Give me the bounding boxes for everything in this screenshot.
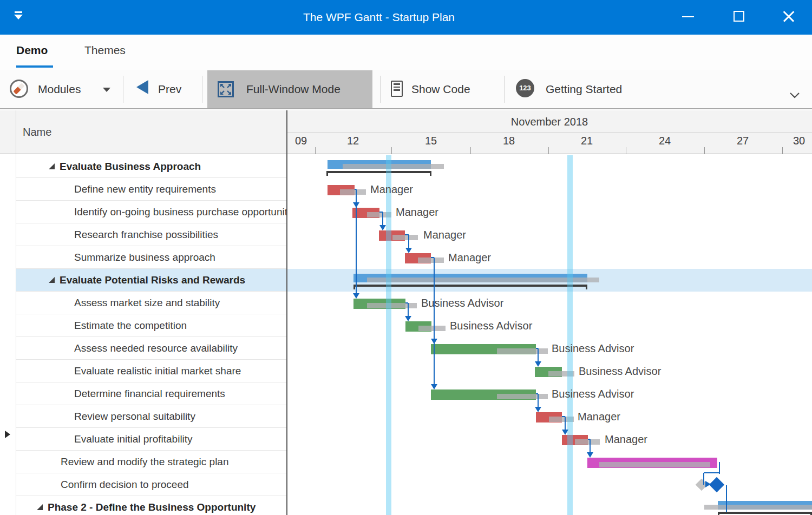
prev-arrow-icon xyxy=(136,80,148,94)
dependency-line xyxy=(704,472,719,473)
dependency-arrow-icon xyxy=(353,202,359,208)
dependency-arrow-icon xyxy=(587,452,593,458)
task-name-label: Evaluate Business Approach xyxy=(60,161,201,173)
task-name-label: Evaluate initial profitability xyxy=(74,433,193,445)
baseline-overlay xyxy=(497,348,548,354)
resource-label: Manager xyxy=(423,229,466,241)
task-name-column: Evaluate Business ApproachDefine new ent… xyxy=(16,155,286,515)
task-name-label: Review personal suitability xyxy=(74,411,195,422)
baseline-bracket xyxy=(326,171,431,176)
baseline-overlay xyxy=(418,326,446,331)
dependency-line xyxy=(536,348,538,349)
gantt-chart-area: ManagerManagerManagerManagerBusiness Adv… xyxy=(287,0,812,515)
toolbar-separator xyxy=(123,76,123,103)
task-row[interactable]: Review and modify the strategic plan xyxy=(16,451,286,473)
current-row-arrow-icon xyxy=(5,431,10,438)
expander-icon[interactable] xyxy=(49,163,55,169)
baseline-overlay xyxy=(599,462,710,467)
dependency-line xyxy=(726,485,727,512)
dependency-arrow-icon xyxy=(353,293,359,299)
dependency-arrow-icon xyxy=(405,316,411,321)
expander-icon[interactable] xyxy=(49,277,55,283)
baseline-overlay xyxy=(418,258,444,263)
task-row[interactable]: Identify on-going business purchase oppo… xyxy=(16,201,286,223)
dependency-line xyxy=(405,234,409,235)
dependency-line xyxy=(588,439,590,440)
modules-label: Modules xyxy=(38,70,81,108)
dependency-line xyxy=(379,212,383,213)
baseline-bracket xyxy=(718,512,812,515)
task-name-label: Evaluate Potential Risks and Rewards xyxy=(60,274,245,286)
task-name-label: Phase 2 - Define the Business Opportunit… xyxy=(48,501,256,513)
name-column-header[interactable]: Name xyxy=(16,110,286,154)
task-row[interactable]: Review personal suitability xyxy=(16,405,286,428)
baseline-overlay xyxy=(343,164,444,169)
expand-icon xyxy=(218,81,234,97)
compass-icon xyxy=(10,80,28,98)
resource-label: Manager xyxy=(396,206,438,219)
task-row[interactable]: Estimate the competition xyxy=(16,314,286,337)
row-indicator-column xyxy=(0,154,16,515)
dependency-arrow-icon xyxy=(379,225,386,230)
baseline-overlay xyxy=(367,278,599,282)
task-name-label: Assess needed resource availability xyxy=(74,342,238,354)
resource-label: Business Advisor xyxy=(552,388,634,400)
tab-demo[interactable]: Demo xyxy=(16,35,48,66)
task-row[interactable]: Phase 2 - Define the Business Opportunit… xyxy=(16,496,286,515)
dependency-line xyxy=(355,189,356,190)
task-name-label: Define new entity requirements xyxy=(74,183,216,195)
task-name-label: Determine financial requirements xyxy=(74,388,225,400)
dependency-line xyxy=(562,416,565,417)
baseline-overlay xyxy=(340,189,366,195)
task-row[interactable]: Evaluate realistic initial market share xyxy=(16,360,286,382)
active-tab-underline xyxy=(16,65,53,68)
toolbar-separator xyxy=(202,76,202,103)
task-row[interactable]: Summarize business approach xyxy=(16,246,286,269)
dependency-arrow-icon xyxy=(431,384,437,389)
baseline-overlay xyxy=(575,439,600,445)
column-splitter[interactable] xyxy=(286,110,287,515)
chevron-down-icon xyxy=(103,88,110,92)
task-name-label: Assess market size and stability xyxy=(74,297,220,309)
milestone-diamond[interactable] xyxy=(709,477,724,492)
task-name-label: Evaluate realistic initial market share xyxy=(74,365,241,377)
baseline-overlay xyxy=(392,235,418,240)
resource-label: Business Advisor xyxy=(450,320,532,332)
task-row[interactable]: Evaluate Potential Risks and Rewards xyxy=(16,269,286,292)
baseline-overlay xyxy=(497,394,548,399)
dependency-arrow-icon xyxy=(535,361,541,367)
task-row[interactable]: Evaluate initial profitability xyxy=(16,428,286,451)
dependency-line xyxy=(703,473,704,485)
baseline-overlay xyxy=(704,505,812,510)
dependency-arrow-icon xyxy=(405,248,412,253)
resource-label: Manager xyxy=(448,252,491,264)
resource-label: Manager xyxy=(578,411,620,423)
task-row[interactable]: Evaluate Business Approach xyxy=(16,155,286,178)
name-header-label: Name xyxy=(23,110,51,154)
nonworking-time-stripe xyxy=(386,155,391,515)
task-name-label: Identify on-going business purchase oppo… xyxy=(74,206,286,218)
resource-label: Business Advisor xyxy=(579,365,661,378)
expander-icon[interactable] xyxy=(37,504,43,510)
task-row[interactable]: Define new entity requirements xyxy=(16,178,286,201)
dependency-line xyxy=(431,257,434,258)
tab-themes[interactable]: Themes xyxy=(84,35,126,66)
task-row[interactable]: Confirm decision to proceed xyxy=(16,473,286,496)
app-menu-icon[interactable] xyxy=(14,11,23,20)
baseline-overlay xyxy=(367,303,417,308)
prev-label: Prev xyxy=(158,70,181,108)
dependency-arrow-icon xyxy=(431,339,437,344)
task-row[interactable]: Assess needed resource availability xyxy=(16,337,286,360)
dependency-arrow-icon xyxy=(535,407,541,412)
resource-label: Business Advisor xyxy=(552,342,634,355)
task-name-label: Summarize business approach xyxy=(74,252,215,263)
task-row[interactable]: Research franchise possibilities xyxy=(16,223,286,246)
dependency-arrow-icon xyxy=(562,430,568,435)
task-row[interactable]: Determine financial requirements xyxy=(16,382,286,405)
nonworking-time-stripe xyxy=(567,155,573,515)
dependency-line xyxy=(405,302,408,303)
task-name-label: Review and modify the strategic plan xyxy=(61,456,229,468)
task-row[interactable]: Assess market size and stability xyxy=(16,292,286,314)
dependency-line xyxy=(536,393,538,394)
resource-label: Manager xyxy=(605,433,647,446)
